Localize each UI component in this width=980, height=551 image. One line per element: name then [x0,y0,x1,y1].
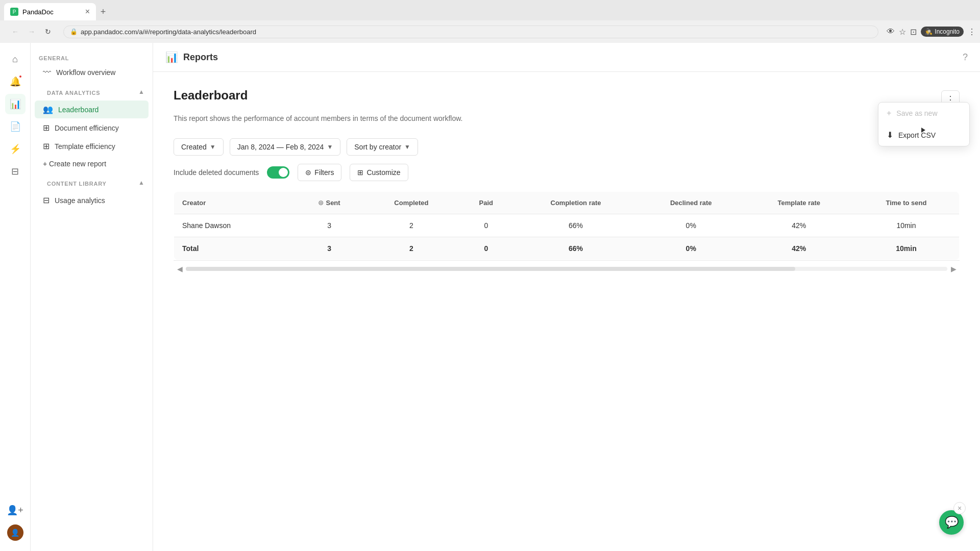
filters-button[interactable]: ⊜ Filters [298,164,341,181]
header-row: Creator ⊜Sent Completed Paid Completion … [174,192,960,214]
sidebar-item-template-efficiency[interactable]: ⊞ Template efficiency [35,137,149,155]
usage-analytics-label: Usage analytics [55,196,105,205]
table-header: Creator ⊜Sent Completed Paid Completion … [174,192,960,214]
total-template-rate: 42% [745,237,853,260]
user-avatar[interactable]: 👤 [7,524,23,541]
save-as-new-item[interactable]: + Save as new [878,103,969,124]
save-as-new-label: Save as new [896,109,937,117]
chat-icon: 💬 [945,516,959,529]
bookmark-icon[interactable]: ☆ [899,27,906,37]
customize-icon: ⊞ [357,168,363,177]
export-csv-icon: ⬇ [887,130,893,140]
total-declined-rate: 0% [638,237,745,260]
export-csv-label: Export CSV [898,131,936,139]
browser-chrome: P PandaDoc × + ← → ↻ 🔒 app.pandadoc.com/… [0,0,980,43]
sort-by-creator-button[interactable]: Sort by creator ▼ [347,138,418,156]
sort-chevron-icon: ▼ [404,143,410,151]
dropdown-menu: + Save as new ⬇ Export CSV [878,102,970,146]
total-completed: 2 [364,237,458,260]
customize-button[interactable]: ⊞ Customize [350,164,408,181]
lock-icon: 🔒 [70,28,78,35]
table-body: Shane Dawson 3 2 0 66% 0% 42% 10min Tota… [174,214,960,260]
main-content: 📊 Reports ? Leaderboard ⋮ This report sh… [153,43,980,551]
usage-analytics-icon: ⊟ [43,195,50,205]
rail-templates-icon[interactable]: ⊟ [5,161,26,182]
col-template-rate: Template rate [745,192,853,214]
leaderboard-table: Creator ⊜Sent Completed Paid Completion … [174,191,960,260]
row-declined-rate: 0% [638,214,745,237]
sort-by-label: Sort by creator [354,143,401,151]
sidebar-item-create-report[interactable]: + Create new report [35,156,149,172]
rail-reports-icon[interactable]: 📊 [5,94,26,114]
total-label: Total [174,237,294,260]
split-view-icon[interactable]: ⊡ [910,27,917,37]
sidebar-item-usage-analytics[interactable]: ⊟ Usage analytics [35,191,149,209]
reload-button[interactable]: ↻ [41,24,55,39]
back-button[interactable]: ← [8,24,22,39]
row-time-to-send: 10min [853,214,960,237]
tab-title: PandaDoc [22,8,54,16]
forward-button[interactable]: → [24,24,39,39]
tab-close-button[interactable]: × [85,8,90,16]
scroll-right-arrow[interactable]: ▶ [947,263,960,275]
report-description: This report shows the performance of acc… [174,113,480,124]
col-sent: ⊜Sent [294,192,365,214]
data-analytics-section-header: DATA ANALYTICS ▲ [31,82,153,100]
created-filter-label: Created [181,143,207,151]
creator-col-label: Creator [182,199,206,207]
scroll-thumb [186,267,795,271]
data-analytics-label: DATA ANALYTICS [39,86,108,98]
row-creator: Shane Dawson [174,214,294,237]
template-efficiency-icon: ⊞ [43,141,50,151]
include-deleted-toggle[interactable] [267,166,289,179]
sidebar-item-leaderboard[interactable]: 👥 Leaderboard [35,101,149,118]
template-efficiency-label: Template efficiency [55,142,115,151]
col-creator: Creator [174,192,294,214]
address-bar[interactable]: 🔒 app.pandadoc.com/a/#/reporting/data-an… [63,26,878,38]
total-paid: 0 [458,237,514,260]
scroll-left-arrow[interactable]: ◀ [174,263,186,275]
date-range-filter-button[interactable]: Jan 8, 2024 — Feb 8, 2024 ▼ [230,138,341,156]
workflow-icon: 〰 [43,68,51,77]
total-completion-rate: 66% [514,237,638,260]
browser-toolbar: ← → ↻ 🔒 app.pandadoc.com/a/#/reporting/d… [0,20,980,43]
rail-home-icon[interactable]: ⌂ [5,49,26,69]
new-tab-button[interactable]: + [96,5,110,19]
sent-filter-icon: ⊜ [318,199,324,207]
sidebar-item-workflow-overview[interactable]: 〰 Workflow overview [35,64,149,81]
tab-favicon: P [10,8,18,16]
report-title: Leaderboard [174,88,248,103]
rail-add-user-icon[interactable]: 👤+ [5,500,26,520]
collapse-content-library-icon[interactable]: ▲ [138,179,144,186]
total-row: Total 3 2 0 66% 0% 42% 10min [174,237,960,260]
row-template-rate: 42% [745,214,853,237]
row-paid: 0 [458,214,514,237]
toggle-knob [279,168,288,177]
incognito-badge: 🕵 Incognito [921,27,964,37]
filters-row: Created ▼ Jan 8, 2024 — Feb 8, 2024 ▼ So… [174,138,960,156]
col-paid: Paid [458,192,514,214]
rail-notifications-icon[interactable]: 🔔 [5,71,26,92]
active-tab[interactable]: P PandaDoc × [4,3,96,20]
collapse-data-analytics-icon[interactable]: ▲ [138,88,144,95]
rail-activity-icon[interactable]: ⚡ [5,139,26,159]
rail-documents-icon[interactable]: 📄 [5,116,26,137]
created-filter-button[interactable]: Created ▼ [174,138,224,156]
sidebar-item-document-efficiency[interactable]: ⊞ Document efficiency [35,119,149,137]
total-sent: 3 [294,237,365,260]
url-text: app.pandadoc.com/a/#/reporting/data-anal… [81,28,256,36]
help-icon[interactable]: ? [963,52,968,63]
row-completion-rate: 66% [514,214,638,237]
report-container: Leaderboard ⋮ This report shows the perf… [153,72,980,293]
more-browser-icon[interactable]: ⋮ [968,27,976,37]
export-csv-item[interactable]: ⬇ Export CSV [878,124,969,146]
app-container: ⌂ 🔔 📊 📄 ⚡ ⊟ 👤+ 👤 GENERAL 〰 Workflow over… [0,43,980,551]
sidebar: GENERAL 〰 Workflow overview DATA ANALYTI… [31,43,153,551]
incognito-icon: 🕵 [925,28,933,35]
rail-bottom: 👤+ 👤 [5,500,26,545]
date-range-label: Jan 8, 2024 — Feb 8, 2024 [237,143,324,151]
chat-close-button[interactable]: × [953,502,966,514]
created-chevron-icon: ▼ [210,143,216,151]
eye-slash-icon[interactable]: 👁 [887,27,895,36]
reports-header-icon: 📊 [165,51,178,63]
